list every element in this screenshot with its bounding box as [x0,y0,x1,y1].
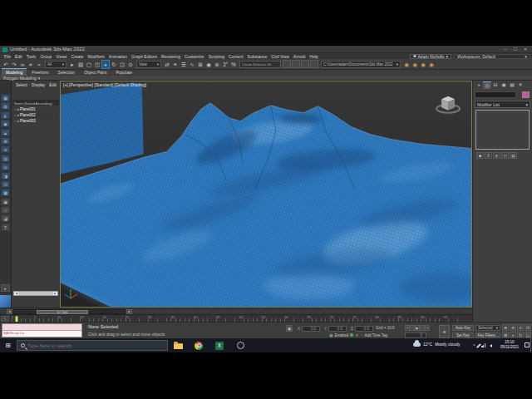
scroll-right-icon[interactable]: ► [54,292,57,295]
display-bones-filter-icon[interactable]: ◨ [1,172,10,180]
selection-lock-icon[interactable]: ▣ [286,325,293,332]
display-all-filter-icon[interactable]: ▦ [1,94,10,101]
chrome-icon[interactable] [192,339,205,352]
display-cameras-filter-icon[interactable]: ▲ [1,129,10,136]
tray-expand-icon[interactable]: ^ [473,343,475,348]
volume-icon[interactable] [488,344,492,347]
scene-object-row[interactable]: ○ ● Plane002 [12,112,59,118]
workspace-button-4[interactable] [310,60,318,68]
explorer-tab[interactable]: Select [16,82,27,87]
notification-center-icon[interactable] [525,342,530,347]
menu-item[interactable]: Animation [109,54,127,59]
taskbar-clock[interactable]: 15:10 05/11/2021 [496,340,523,350]
render-production-icon[interactable]: ◉ [402,60,411,69]
menu-item[interactable]: Tools [27,54,37,59]
visibility-eye-icon[interactable]: ○ [14,119,16,123]
scroll-left-icon[interactable]: ◄ [15,292,17,295]
terrain-mesh-canvas[interactable] [61,81,471,307]
remove-modifier-icon[interactable]: ▽ [501,152,509,159]
select-all-icon[interactable]: ▣ [1,198,10,205]
file-explorer-icon[interactable] [171,339,185,352]
menu-item[interactable]: Civil View [271,54,289,59]
object-name-field[interactable] [475,91,516,98]
select-and-place-icon[interactable]: ⊙ [126,60,135,69]
taskbar-search-box[interactable] [17,340,168,351]
render-activeshade-icon[interactable]: ◉ [419,60,427,69]
render-iterative-icon[interactable]: ◉ [411,60,419,69]
angle-snap-icon[interactable]: 3° [221,60,229,69]
ribbon-tab[interactable]: Populate [111,69,136,76]
reference-coordinate-system-dropdown[interactable]: View ▾ [136,61,161,68]
macro-recorder-pane[interactable] [2,324,81,331]
select-and-rotate-icon[interactable]: ↻ [110,60,118,69]
display-helpers-filter-icon[interactable]: ⊞ [1,137,10,145]
modify-tab-icon[interactable]: ◎ [483,81,491,89]
explorer-horizontal-scrollbar[interactable]: ◄ ► [13,291,58,296]
explorer-column-header[interactable]: Name (Sorted Ascending) [12,100,59,106]
create-tab-icon[interactable]: + [475,81,483,89]
redo-icon[interactable]: ↷ [10,60,18,69]
app-ring-icon[interactable] [234,339,247,352]
pen-tray-icon[interactable] [476,343,480,347]
display-containers-filter-icon[interactable]: ⊡ [1,180,10,188]
menu-item[interactable]: Arnold [293,54,305,59]
named-selection-sets-field[interactable]: Create Selection Se [239,61,281,68]
close-button[interactable]: × [520,46,530,53]
signin-user-button[interactable]: Adam Nicholls ▾ [410,54,451,59]
mini-curve-editor-button[interactable]: ∿ [1,316,9,322]
select-invert-icon[interactable]: ◪ [1,214,10,222]
enabled-toggle-icon[interactable]: ▣ [329,332,333,337]
mirror-icon[interactable]: ⇄ [163,60,171,69]
set-keys-button[interactable]: + [439,325,450,338]
percent-snap-icon[interactable]: % [229,60,238,69]
add-time-tag-label[interactable]: Add Time Tag [364,333,387,337]
display-lights-filter-icon[interactable]: ◉ [1,120,10,127]
current-frame-field[interactable]: 0 [405,332,426,338]
auto-key-button[interactable]: Auto Key [452,325,474,331]
listener-pane[interactable]: MAXScript Lis [2,331,81,337]
menu-item[interactable]: Views [56,54,66,59]
menu-item[interactable]: File [4,54,11,59]
taskbar-weather[interactable]: 12°C Mostly cloudy [413,341,460,347]
ribbon-tab[interactable]: Selection [54,69,80,76]
render-setup-icon[interactable]: ⊚ [213,60,221,69]
pick-object-icon[interactable]: T [1,224,10,231]
zoom-all-icon[interactable]: ⊜ [510,324,516,331]
menu-item[interactable]: Substance [248,54,268,59]
start-button[interactable]: ⊞ [0,338,16,352]
hierarchy-tab-icon[interactable]: ⊟ [491,81,500,89]
workspace-button-1[interactable] [283,60,291,68]
pan-icon[interactable]: + [510,332,516,338]
minimize-button[interactable]: – [500,46,510,53]
orbit-icon[interactable]: ↻ [517,332,524,338]
window-crossing-icon[interactable]: ◫ [93,60,101,69]
display-shapes-filter-icon[interactable]: ◭ [1,111,10,119]
select-object-icon[interactable]: ▸ [68,60,76,69]
layer-explorer-icon[interactable]: ☰ [180,60,188,69]
display-geometry-filter-icon[interactable]: ◍ [1,102,10,110]
perspective-viewport[interactable]: [+] [Perspective] [Standard] [Default Sh… [60,81,472,308]
maximize-viewport-icon[interactable]: ◱ [525,332,531,338]
zoom-region-icon[interactable]: ⊡ [525,324,531,331]
menu-item[interactable]: Group [40,54,52,59]
menu-item[interactable]: Customize [185,54,204,59]
select-and-link-icon[interactable]: ∞ [18,60,27,69]
menu-item[interactable]: Graph Editors [131,54,157,59]
ribbon-tab[interactable]: Object Paint [80,69,111,76]
project-folder-dropdown[interactable]: C:\Users\adam\Documents\3ds Max 2022 ▾ [321,61,401,68]
key-filters-button[interactable]: Key Filters... [475,332,500,338]
coordinate-z[interactable]: Z: 0.0 [351,325,373,332]
display-spacewarps-filter-icon[interactable]: ≋ [1,145,10,153]
select-by-name-icon[interactable]: ▤ [76,60,85,69]
menu-item[interactable]: Modifiers [88,54,105,59]
show-end-result-icon[interactable]: ‖ [485,152,492,159]
undo-icon[interactable]: ↶ [2,60,10,69]
maximize-button[interactable]: □ [510,46,520,53]
key-mode-dropdown[interactable]: Selected ▾ [475,325,500,331]
scene-object-row[interactable]: ○ ● Plane001 [12,106,59,112]
modifier-stack[interactable] [475,110,530,150]
track-bar[interactable]: ∿ 05101520253035404550556065707580859095 [0,314,472,322]
menu-item[interactable]: Create [71,54,84,59]
coordinate-y[interactable]: Y: 0.0 [324,325,347,332]
material-editor-icon[interactable]: ◉ [204,60,213,69]
